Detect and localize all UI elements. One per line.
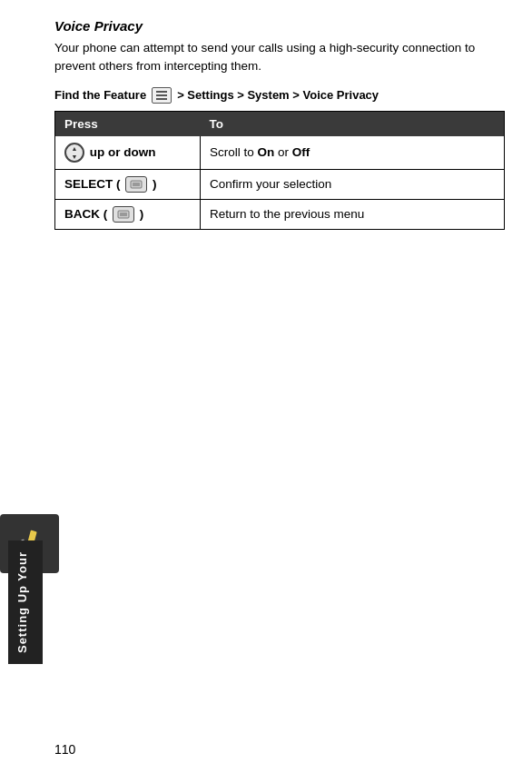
page-container: Setting Up Your Voice Privacy Your phone… bbox=[0, 0, 532, 773]
table-row: up or down Scroll to On or Off bbox=[55, 136, 505, 170]
page-title: Voice Privacy bbox=[54, 18, 505, 34]
back-label: BACK ( bbox=[64, 206, 107, 220]
on-bold: On bbox=[258, 145, 275, 159]
to-cell-3: Return to the previous menu bbox=[201, 199, 505, 229]
to-cell-1: Scroll to On or Off bbox=[201, 136, 505, 170]
svg-rect-9 bbox=[120, 213, 127, 216]
press-cell-3: BACK ( ) bbox=[55, 199, 201, 229]
left-sidebar: Setting Up Your bbox=[0, 0, 50, 773]
select-label: SELECT ( bbox=[64, 176, 121, 190]
back-paren: ) bbox=[140, 206, 144, 220]
scroll-nav-icon bbox=[64, 143, 84, 163]
off-bold: Off bbox=[292, 145, 310, 159]
col-to-header: To bbox=[201, 111, 505, 136]
press-label-1: up or down bbox=[90, 144, 156, 158]
back-button-icon bbox=[113, 206, 134, 223]
table-header: Press To bbox=[55, 111, 505, 136]
menu-icon bbox=[152, 87, 172, 104]
press-cell-2: SELECT ( ) bbox=[55, 169, 201, 199]
select-button-icon bbox=[125, 176, 147, 193]
svg-rect-5 bbox=[156, 98, 167, 100]
instructions-table: Press To up or down Scroll to On or Off bbox=[54, 111, 505, 230]
svg-rect-3 bbox=[156, 91, 167, 93]
press-cell-1: up or down bbox=[55, 136, 201, 170]
svg-rect-4 bbox=[156, 94, 167, 96]
page-number: 110 bbox=[54, 742, 75, 757]
find-feature-bar: Find the Feature > Settings > System > V… bbox=[54, 87, 505, 104]
svg-rect-7 bbox=[133, 183, 140, 186]
table-body: up or down Scroll to On or Off SELECT ( bbox=[55, 136, 505, 230]
find-feature-label: Find the Feature bbox=[54, 88, 146, 102]
main-content: Voice Privacy Your phone can attempt to … bbox=[54, 0, 505, 230]
table-row: SELECT ( ) Confirm your selection bbox=[55, 169, 505, 199]
description-text: Your phone can attempt to send your call… bbox=[54, 39, 505, 76]
sidebar-tab-label: Setting Up Your bbox=[8, 540, 43, 664]
select-paren: ) bbox=[153, 176, 157, 190]
to-cell-2: Confirm your selection bbox=[201, 169, 505, 199]
table-row: BACK ( ) Return to the previous menu bbox=[55, 199, 505, 229]
find-feature-path: > Settings > System > Voice Privacy bbox=[177, 88, 379, 102]
col-press-header: Press bbox=[55, 111, 201, 136]
